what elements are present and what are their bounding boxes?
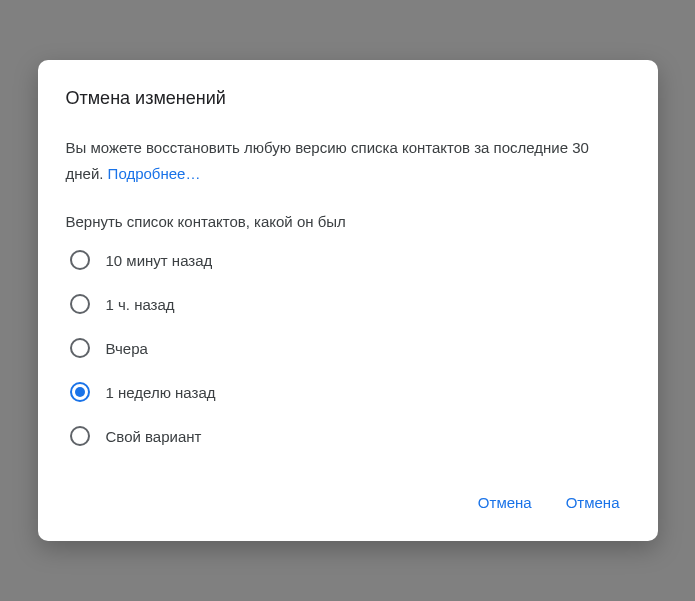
confirm-button[interactable]: Отмена [562, 486, 624, 519]
dialog-description: Вы можете восстановить любую версию спис… [66, 135, 630, 188]
radio-option-custom[interactable]: Свой вариант [70, 426, 630, 446]
restore-prompt: Вернуть список контактов, какой он был [66, 213, 630, 230]
radio-icon [70, 250, 90, 270]
radio-label: Вчера [106, 340, 148, 357]
dialog-title: Отмена изменений [66, 88, 630, 109]
radio-label: 1 неделю назад [106, 384, 216, 401]
undo-changes-dialog: Отмена изменений Вы можете восстановить … [38, 60, 658, 542]
radio-icon [70, 294, 90, 314]
time-radio-group: 10 минут назад 1 ч. назад Вчера 1 неделю… [66, 250, 630, 446]
radio-option-1-hour[interactable]: 1 ч. назад [70, 294, 630, 314]
radio-icon [70, 338, 90, 358]
radio-icon [70, 426, 90, 446]
radio-option-10-minutes[interactable]: 10 минут назад [70, 250, 630, 270]
radio-option-1-week[interactable]: 1 неделю назад [70, 382, 630, 402]
radio-label: 10 минут назад [106, 252, 213, 269]
radio-label: Свой вариант [106, 428, 202, 445]
radio-option-yesterday[interactable]: Вчера [70, 338, 630, 358]
dialog-actions: Отмена Отмена [66, 486, 630, 519]
learn-more-link[interactable]: Подробнее… [108, 165, 201, 182]
radio-icon [70, 382, 90, 402]
cancel-button[interactable]: Отмена [474, 486, 536, 519]
radio-label: 1 ч. назад [106, 296, 175, 313]
